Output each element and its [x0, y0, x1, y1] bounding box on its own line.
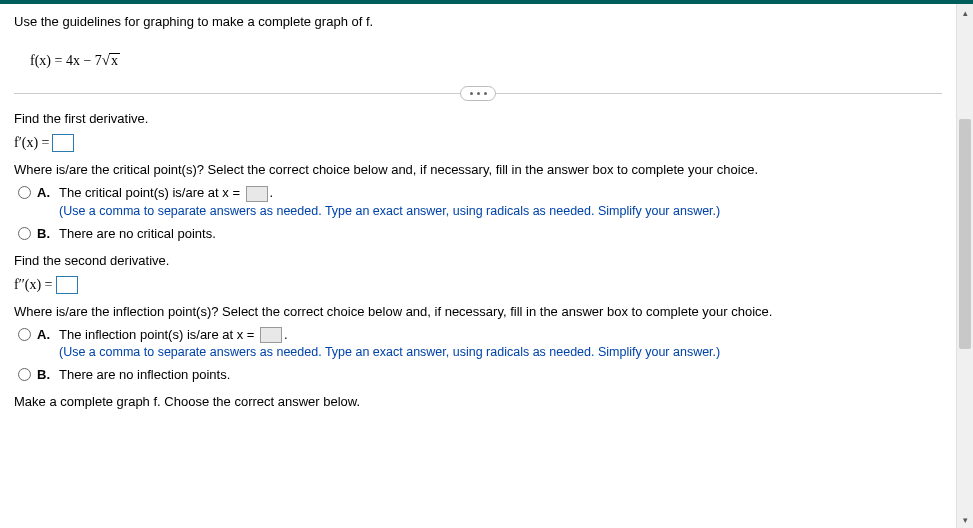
vertical-scrollbar[interactable]: ▴ ▾ [956, 4, 973, 528]
critical-a-text-post: . [270, 185, 274, 200]
radio-critical-b[interactable] [18, 227, 31, 240]
inflection-choice-b: B. There are no inflection points. [18, 367, 942, 382]
first-deriv-lhs: f′(x) = [14, 135, 49, 151]
sqrt-argument: x [109, 53, 120, 68]
second-deriv-lhs: f′′(x) = [14, 277, 53, 293]
critical-a-text-pre: The critical point(s) is/are at x = [59, 185, 240, 200]
first-derivative-input[interactable] [52, 134, 74, 152]
inflection-a-hint: (Use a comma to separate answers as need… [59, 345, 942, 359]
expand-button[interactable] [460, 86, 496, 101]
scroll-thumb[interactable] [959, 119, 971, 349]
critical-a-hint: (Use a comma to separate answers as need… [59, 204, 942, 218]
first-derivative-prompt: Find the first derivative. [14, 111, 942, 126]
critical-b-text: There are no critical points. [59, 226, 942, 241]
sqrt-expression: √x [102, 53, 120, 68]
radio-inflection-a[interactable] [18, 328, 31, 341]
inflection-a-text-pre: The inflection point(s) is/are at x = [59, 327, 254, 342]
dot-icon [484, 92, 487, 95]
choice-a-content: The critical point(s) is/are at x = . (U… [59, 185, 942, 218]
choice-label-a: A. [37, 185, 53, 200]
critical-choice-b: B. There are no critical points. [18, 226, 942, 241]
choice-label-a2: A. [37, 327, 53, 342]
inflection-b-text: There are no inflection points. [59, 367, 942, 382]
second-derivative-input[interactable] [56, 276, 78, 294]
critical-points-question: Where is/are the critical point(s)? Sele… [14, 162, 942, 177]
second-derivative-formula: f′′(x) = [14, 276, 942, 294]
inflection-choice-a: A. The inflection point(s) is/are at x =… [18, 327, 942, 360]
choice-label-b: B. [37, 226, 53, 241]
inflection-a-content: The inflection point(s) is/are at x = . … [59, 327, 942, 360]
first-derivative-formula: f′(x) = [14, 134, 942, 152]
choice-label-b2: B. [37, 367, 53, 382]
content-wrapper: Use the guidelines for graphing to make … [0, 4, 973, 528]
question-instruction: Use the guidelines for graphing to make … [14, 14, 942, 43]
scroll-down-button[interactable]: ▾ [957, 511, 973, 528]
inflection-a-text-post: . [284, 327, 288, 342]
second-derivative-prompt: Find the second derivative. [14, 253, 942, 268]
main-panel: Use the guidelines for graphing to make … [0, 4, 956, 528]
section-divider [14, 83, 942, 103]
critical-choice-a: A. The critical point(s) is/are at x = .… [18, 185, 942, 218]
scrollable-content: Find the first derivative. f′(x) = Where… [14, 111, 942, 409]
function-equation: f(x) = 4x − 7√x [14, 43, 942, 83]
dot-icon [477, 92, 480, 95]
scroll-track[interactable] [957, 21, 973, 511]
inflection-points-question: Where is/are the inflection point(s)? Se… [14, 304, 942, 319]
equation-lhs: f(x) = 4x − 7 [30, 53, 102, 68]
inflection-value-input[interactable] [260, 327, 282, 343]
radio-critical-a[interactable] [18, 186, 31, 199]
graph-prompt: Make a complete graph f. Choose the corr… [14, 394, 942, 409]
scroll-up-button[interactable]: ▴ [957, 4, 973, 21]
critical-value-input[interactable] [246, 186, 268, 202]
dot-icon [470, 92, 473, 95]
radio-inflection-b[interactable] [18, 368, 31, 381]
